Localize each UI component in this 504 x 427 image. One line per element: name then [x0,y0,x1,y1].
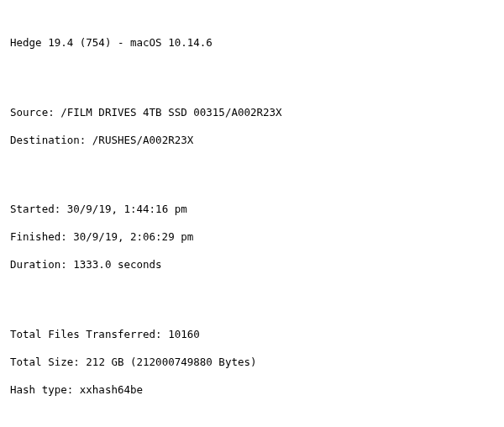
blank [10,411,494,425]
duration-label: Duration: [10,258,67,271]
duration-line: Duration: 1333.0 seconds [10,258,494,272]
source-line: Source: /FILM DRIVES 4TB SSD 00315/A002R… [10,106,494,120]
finished-line: Finished: 30/9/19, 2:06:29 pm [10,230,494,245]
destination-value: /RUSHES/A002R23X [92,134,193,146]
blank [10,286,494,300]
blank [10,64,494,78]
source-label: Source: [10,106,55,119]
started-value: 30/9/19, 1:44:16 pm [67,203,187,215]
total-size-value: 212 GB (212000749880 Bytes) [86,356,256,368]
total-size-line: Total Size: 212 GB (212000749880 Bytes) [10,356,494,370]
started-line: Started: 30/9/19, 1:44:16 pm [10,203,494,217]
blank [10,161,494,176]
total-size-label: Total Size: [10,356,80,368]
total-files-line: Total Files Transferred: 10160 [10,328,494,342]
hash-type-line: Hash type: xxhash64be [10,383,494,398]
destination-label: Destination: [10,134,86,146]
total-files-label: Total Files Transferred: [10,328,162,340]
hash-type-value: xxhash64be [80,383,143,396]
log-document: Hedge 19.4 (754) - macOS 10.14.6 Source:… [0,0,504,427]
source-value: /FILM DRIVES 4TB SSD 00315/A002R23X [60,106,281,119]
started-label: Started: [10,203,60,215]
hash-type-label: Hash type: [10,383,73,396]
finished-value: 30/9/19, 2:06:29 pm [73,230,193,243]
total-files-value: 10160 [168,328,200,340]
destination-line: Destination: /RUSHES/A002R23X [10,134,494,148]
finished-label: Finished: [10,230,67,243]
app-line: Hedge 19.4 (754) - macOS 10.14.6 [10,36,494,50]
duration-value: 1333.0 seconds [73,258,161,271]
